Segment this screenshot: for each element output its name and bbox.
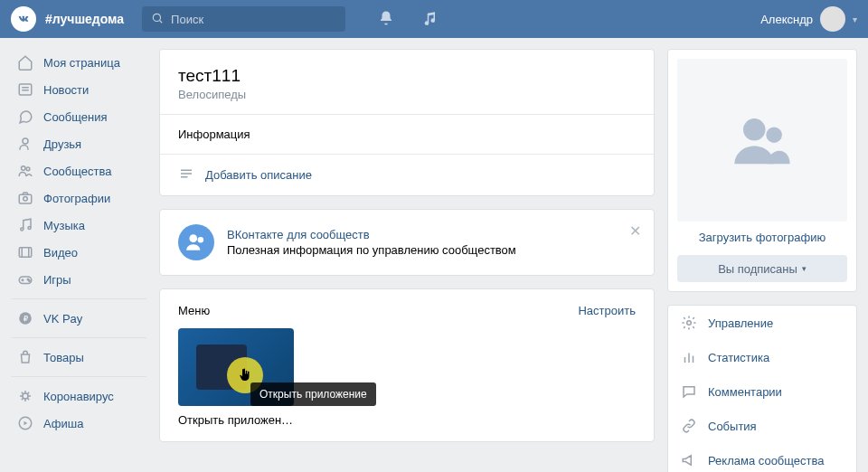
svg-point-22 bbox=[23, 393, 28, 399]
subscribed-label: Вы подписаны bbox=[718, 262, 797, 276]
nav-separator bbox=[11, 376, 146, 377]
nav-news[interactable]: Новости bbox=[11, 76, 146, 103]
rm-label: Реклама сообщества bbox=[708, 454, 825, 467]
rm-ads[interactable]: Реклама сообщества bbox=[668, 443, 856, 472]
svg-point-39 bbox=[687, 321, 692, 326]
svg-point-6 bbox=[22, 166, 26, 171]
photo-placeholder bbox=[677, 59, 847, 222]
chevron-down-icon: ▾ bbox=[802, 264, 807, 273]
music-icon[interactable] bbox=[421, 10, 438, 29]
group-header-card: тест111 Велосипеды Информация Добавить о… bbox=[159, 49, 655, 196]
search-icon bbox=[151, 12, 164, 27]
user-name-label: Алексндр bbox=[760, 13, 813, 26]
notifications-icon[interactable] bbox=[378, 10, 394, 29]
info-section-label: Информация bbox=[160, 114, 654, 154]
music-nav-icon bbox=[16, 217, 34, 233]
nav-my-page[interactable]: Моя страница bbox=[11, 49, 146, 76]
vk-logo[interactable] bbox=[11, 6, 36, 32]
subscribed-button[interactable]: Вы подписаны ▾ bbox=[677, 255, 847, 282]
nav-vkpay[interactable]: ₽VK Pay bbox=[11, 305, 146, 332]
svg-point-0 bbox=[153, 14, 160, 21]
nav-photos[interactable]: Фотографии bbox=[11, 184, 146, 212]
svg-line-29 bbox=[22, 398, 24, 400]
rm-stats[interactable]: Статистика bbox=[668, 340, 856, 374]
menu-title: Меню bbox=[178, 304, 210, 317]
svg-line-1 bbox=[159, 20, 162, 23]
app-label[interactable]: Открыть приложен… bbox=[178, 413, 294, 427]
nav-label: Сообщества bbox=[43, 165, 112, 178]
rm-comments[interactable]: Комментарии bbox=[668, 374, 856, 409]
video-icon bbox=[16, 244, 34, 260]
rm-label: Статистика bbox=[708, 351, 769, 364]
nav-label: Моя страница bbox=[43, 56, 120, 70]
vkpay-icon: ₽ bbox=[16, 310, 34, 326]
top-header: #лучшедома Алексндр ▾ bbox=[0, 0, 868, 38]
left-sidebar: Моя страница Новости Сообщения Друзья Со… bbox=[11, 49, 146, 472]
nav-label: Афиша bbox=[43, 417, 83, 430]
games-icon bbox=[16, 271, 34, 288]
svg-text:₽: ₽ bbox=[24, 315, 28, 323]
right-column: Загрузить фотографию Вы подписаны ▾ Упра… bbox=[667, 49, 857, 472]
nav-label: Игры bbox=[43, 273, 71, 287]
svg-point-9 bbox=[24, 197, 28, 202]
nav-label: Музыка bbox=[43, 219, 85, 232]
rm-label: События bbox=[708, 420, 757, 433]
goods-icon bbox=[16, 349, 34, 365]
play-icon bbox=[16, 415, 34, 431]
svg-rect-8 bbox=[19, 194, 32, 203]
promo-card[interactable]: ВКонтакте для сообществ Полезная информа… bbox=[159, 209, 655, 276]
avatar bbox=[820, 6, 845, 32]
menu-card: Меню Настроить Открыть приложение Открыт… bbox=[159, 288, 655, 442]
virus-icon bbox=[16, 388, 34, 404]
header-hashtag[interactable]: #лучшедома bbox=[45, 12, 124, 26]
group-category: Велосипеды bbox=[178, 88, 636, 101]
nav-goods[interactable]: Товары bbox=[11, 344, 146, 371]
nav-music[interactable]: Музыка bbox=[11, 212, 146, 239]
nav-communities[interactable]: Сообщества bbox=[11, 157, 146, 184]
search-input[interactable] bbox=[171, 13, 336, 26]
rm-manage[interactable]: Управление bbox=[668, 306, 856, 340]
app-tile[interactable]: Открыть приложение bbox=[178, 328, 294, 406]
add-description[interactable]: Добавить описание bbox=[160, 154, 654, 195]
communities-icon bbox=[16, 163, 34, 179]
nav-friends[interactable]: Друзья bbox=[11, 130, 146, 157]
svg-rect-12 bbox=[19, 248, 32, 258]
svg-point-35 bbox=[189, 234, 197, 242]
nav-label: Коронавирус bbox=[43, 390, 114, 403]
link-icon bbox=[681, 418, 697, 434]
nav-separator bbox=[11, 298, 146, 299]
svg-point-5 bbox=[23, 138, 28, 144]
svg-point-7 bbox=[26, 167, 30, 171]
nav-separator bbox=[11, 337, 146, 338]
rm-events[interactable]: События bbox=[668, 409, 856, 443]
search-box[interactable] bbox=[142, 6, 345, 32]
nav-label: Новости bbox=[43, 83, 89, 97]
close-icon[interactable]: ✕ bbox=[629, 222, 641, 240]
chevron-down-icon: ▾ bbox=[853, 14, 857, 24]
add-description-label: Добавить описание bbox=[205, 168, 312, 182]
user-menu[interactable]: Алексндр ▾ bbox=[760, 6, 857, 32]
nav-afisha[interactable]: Афиша bbox=[11, 410, 146, 437]
megaphone-icon bbox=[681, 452, 697, 468]
nav-corona[interactable]: Коронавирус bbox=[11, 382, 146, 410]
menu-configure-link[interactable]: Настроить bbox=[578, 304, 636, 317]
upload-photo-link[interactable]: Загрузить фотографию bbox=[677, 222, 847, 248]
main-column: тест111 Велосипеды Информация Добавить о… bbox=[159, 49, 655, 472]
nav-messages[interactable]: Сообщения bbox=[11, 103, 146, 130]
svg-point-11 bbox=[28, 227, 31, 230]
group-title: тест111 bbox=[178, 66, 636, 86]
nav-label: Друзья bbox=[43, 137, 81, 151]
svg-point-10 bbox=[21, 228, 24, 231]
svg-point-36 bbox=[198, 237, 204, 243]
camera-icon bbox=[16, 190, 34, 206]
nav-label: VK Pay bbox=[43, 312, 82, 326]
nav-video[interactable]: Видео bbox=[11, 239, 146, 266]
photo-card: Загрузить фотографию Вы подписаны ▾ bbox=[667, 49, 857, 292]
promo-text: Полезная информация по управлению сообще… bbox=[227, 243, 516, 257]
nav-label: Видео bbox=[43, 246, 78, 260]
nav-games[interactable]: Игры bbox=[11, 266, 146, 293]
community-promo-icon bbox=[178, 224, 214, 260]
comment-icon bbox=[681, 383, 697, 400]
nav-label: Сообщения bbox=[43, 110, 108, 124]
news-icon bbox=[16, 81, 34, 98]
